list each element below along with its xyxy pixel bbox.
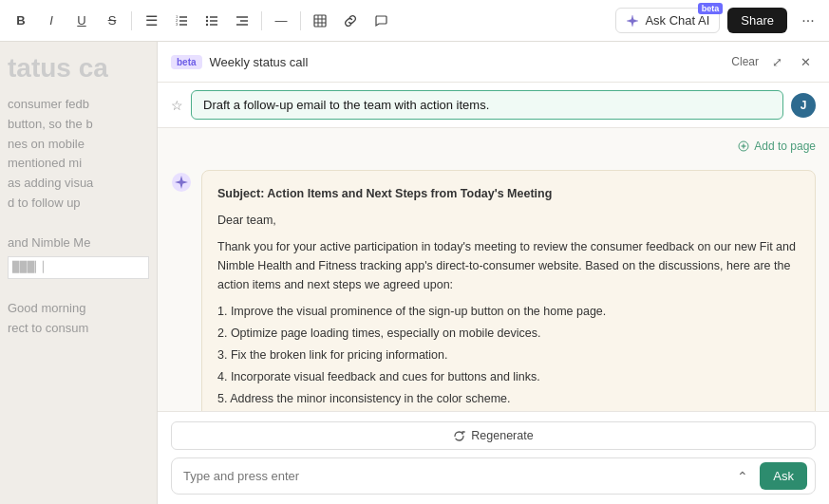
separator-1 [131, 11, 132, 30]
ai-text-input[interactable] [179, 463, 725, 489]
ai-avatar-icon [171, 172, 192, 193]
expand-icon: ⤢ [772, 55, 782, 69]
link-button[interactable] [337, 8, 364, 34]
ask-button[interactable]: Ask [760, 462, 807, 490]
add-to-page-top-button[interactable]: Add to page [738, 136, 816, 157]
more-button[interactable]: ··· [795, 8, 821, 34]
add-icon [738, 140, 749, 152]
list-item: 2. Optimize page loading times, especial… [217, 324, 800, 343]
left-panel: tatus ca consumer fedb button, so the b … [0, 42, 157, 504]
svg-rect-15 [314, 15, 326, 27]
indent-icon [236, 14, 249, 28]
hr-button[interactable]: — [268, 8, 294, 34]
ai-content: Subject: Action Items and Next Steps fro… [158, 157, 829, 411]
prompt-text: Draft a follow-up email to the team with… [191, 90, 783, 120]
chevron-up-button[interactable]: ⌃ [733, 467, 752, 486]
ask-chat-button[interactable]: beta Ask Chat AI [615, 8, 720, 33]
list-unordered-button[interactable] [198, 8, 225, 34]
star-button[interactable]: ☆ [171, 98, 183, 113]
email-salutation: Dear team, [217, 211, 800, 230]
align-button[interactable]: ☰ [138, 8, 164, 34]
ai-panel-header: beta Weekly status call Clear ⤢ ✕ [158, 42, 829, 83]
add-to-page-top: Add to page [158, 128, 829, 157]
italic-button[interactable]: I [38, 8, 65, 34]
separator-2 [261, 11, 262, 30]
comment-button[interactable] [367, 8, 394, 34]
ai-message: Subject: Action Items and Next Steps fro… [171, 170, 816, 411]
toolbar: B I U S ☰ 1 2 3 [0, 0, 829, 42]
underline-button[interactable]: U [68, 8, 95, 34]
close-button[interactable]: ✕ [795, 51, 816, 72]
indent-button[interactable] [229, 8, 255, 34]
close-icon: ✕ [801, 55, 811, 69]
regenerate-button[interactable]: Regenerate [171, 421, 816, 450]
ai-header-actions: Clear ⤢ ✕ [731, 51, 816, 72]
chevron-up-icon: ⌃ [737, 469, 748, 484]
doc-title-blurred: tatus ca [8, 53, 149, 84]
ai-beta-tag: beta [171, 55, 202, 69]
svg-point-9 [206, 15, 208, 17]
list-item: 4. Incorporate visual feedback and cues … [217, 367, 800, 386]
toolbar-right: beta Ask Chat AI Share ··· [615, 8, 821, 34]
comment-icon [374, 14, 387, 28]
toolbar-left: B I U S ☰ 1 2 3 [8, 8, 613, 34]
ai-panel-title: Weekly status call [210, 55, 725, 69]
expand-button[interactable]: ⤢ [766, 51, 787, 72]
ai-footer: Regenerate ⌃ Ask [158, 411, 829, 504]
unordered-list-icon [205, 14, 218, 28]
sparkle-icon [626, 14, 639, 28]
avatar: J [791, 93, 816, 118]
table-icon [313, 14, 327, 28]
svg-text:3: 3 [176, 22, 179, 27]
svg-point-10 [206, 19, 208, 21]
regenerate-icon [453, 430, 465, 442]
email-subject: Subject: Action Items and Next Steps fro… [217, 184, 800, 203]
list-item: 1. Improve the visual prominence of the … [217, 302, 800, 321]
clear-button[interactable]: Clear [731, 55, 759, 68]
ai-panel: beta Weekly status call Clear ⤢ ✕ ☆ Draf… [157, 42, 829, 504]
table-button[interactable] [307, 8, 333, 34]
email-para1: Thank you for your active participation … [217, 237, 800, 294]
separator-3 [300, 11, 301, 30]
doc-content-blurred: consumer fedb button, so the b nes on mo… [8, 95, 149, 338]
main-area: tatus ca consumer fedb button, so the b … [0, 42, 829, 504]
list-item: 5. Address the minor inconsistency in th… [217, 389, 800, 408]
svg-point-11 [206, 23, 208, 25]
ai-email-bubble: Subject: Action Items and Next Steps fro… [201, 170, 816, 411]
strikethrough-button[interactable]: S [99, 8, 125, 34]
list-ordered-button[interactable]: 1 2 3 [168, 8, 195, 34]
prompt-bar: ☆ Draft a follow-up email to the team wi… [158, 83, 829, 128]
link-icon [344, 14, 357, 28]
email-action-items: 1. Improve the visual prominence of the … [217, 302, 800, 408]
share-button[interactable]: Share [727, 8, 787, 33]
ai-input-row: ⌃ Ask [171, 457, 816, 495]
bold-button[interactable]: B [8, 8, 34, 34]
ordered-list-icon: 1 2 3 [175, 14, 188, 28]
beta-badge: beta [698, 3, 724, 14]
list-item: 3. Fix the broken link for pricing infor… [217, 345, 800, 364]
